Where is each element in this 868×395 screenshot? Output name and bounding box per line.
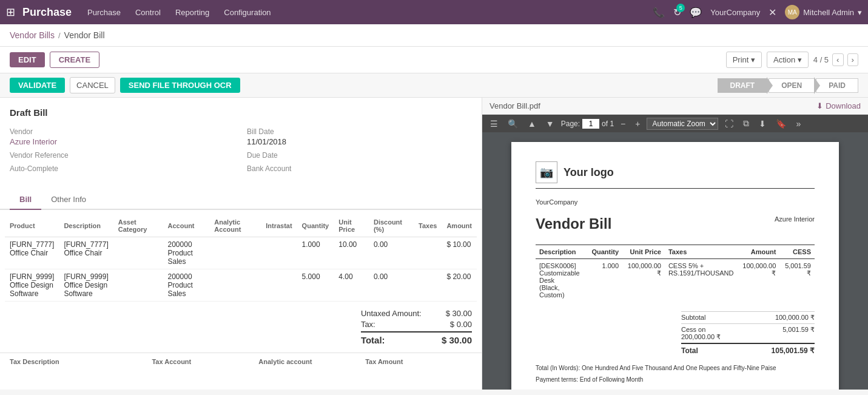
col-asset-category: Asset Category [113,215,163,237]
col-quantity: Quantity [297,215,334,237]
cell-taxes-2 [414,269,442,302]
pdf-bill-title: Vendor Bill [536,215,611,232]
pdf-header: Vendor Bill.pdf ⬇ Download [482,98,868,115]
phone-icon[interactable]: 📞 [653,7,665,18]
pdf-cell-qty: 1.000 [588,259,622,302]
bill-date-label: Bill Date [247,127,472,136]
cell-asset-2 [113,269,163,302]
top-menu: Purchase Control Reporting Configuration [86,5,653,19]
bank-account-label: Bank Account [247,164,472,173]
pdf-rotate-icon[interactable]: ⧉ [740,117,752,130]
pdf-page-input[interactable] [582,119,599,129]
tax-col-analytic: Analytic account [258,358,365,365]
left-panel: Draft Bill Vendor Azure Interior Vendor … [0,98,482,390]
due-date-field: Due Date [247,151,472,160]
user-menu[interactable]: MA Mitchell Admin ▾ [785,5,862,19]
pager-prev[interactable]: ‹ [832,53,843,66]
status-steps: DRAFT OPEN PAID [718,78,858,93]
validate-button[interactable]: VALIDATE [10,78,65,93]
close-icon[interactable]: ✕ [769,7,776,18]
pdf-download-icon[interactable]: ⬇ [756,118,769,130]
pdf-more-icon[interactable]: » [793,118,804,130]
chat-icon[interactable]: 💬 [690,7,702,18]
table-container: Product Description Asset Category Accou… [0,215,482,302]
cell-discount-2: 0.00 [369,269,414,302]
pdf-download-button[interactable]: ⬇ Download [816,101,861,110]
pdf-from-company: YourCompany [536,198,815,206]
menu-reporting[interactable]: Reporting [174,5,210,19]
pdf-fit-page[interactable]: ⛶ [722,118,736,130]
pdf-zoom-in[interactable]: + [632,118,643,130]
action-button[interactable]: Action ▾ [767,52,809,68]
cell-qty-2: 5.000 [297,269,334,302]
user-avatar: MA [785,5,799,19]
company-selector[interactable]: YourCompany [710,8,760,17]
grid-icon[interactable]: ⊞ [6,5,15,19]
download-arrow-icon: ⬇ [816,101,823,110]
cell-amount-1: $ 10.00 [442,237,477,269]
tax-label: Tax: [361,320,375,329]
tax-section: Tax Description Tax Account Analytic acc… [0,353,482,365]
menu-configuration[interactable]: Configuration [223,5,272,19]
pager-text: 4 / 5 [813,55,829,64]
vendor-field: Vendor Azure Interior [10,127,235,146]
pdf-cell-price: 100,000.00 ₹ [622,259,665,302]
cell-discount-1: 0.00 [369,237,414,269]
col-amount: Amount [442,215,477,237]
cell-price-2: 4.00 [334,269,369,302]
vendor-ref-field: Vendor Reference [10,151,235,160]
pdf-cell-desc: [DESK0006]Customizable Desk(Black, Custo… [536,259,588,302]
tax-value: $ 0.00 [450,320,472,329]
action-bar: EDIT CREATE Print ▾ Action ▾ 4 / 5 ‹ › [0,47,868,73]
pdf-sidebar-toggle[interactable]: ☰ [487,118,501,130]
menu-purchase[interactable]: Purchase [86,5,122,19]
col-unit-price: Unit Price [334,215,369,237]
table-row[interactable]: [FURN_9999]Office DesignSoftware [FURN_9… [5,269,477,302]
pdf-payment-terms: Payment terms: End of Following Month [536,376,815,383]
draft-bill-title: Draft Bill [10,107,472,118]
pdf-cess-value: 5,001.59 ₹ [782,326,815,341]
cell-product-2: [FURN_9999]Office DesignSoftware [5,269,59,302]
pdf-zoom-out[interactable]: − [617,118,628,130]
pdf-to-company: Azure Interior [775,215,815,223]
user-dropdown-icon: ▾ [858,8,862,17]
pdf-cell-amount: 100,000.00 ₹ [738,259,780,302]
pdf-invoice-table: Description Quantity Unit Price Taxes Am… [536,245,815,302]
form-grid: Vendor Azure Interior Vendor Reference A… [10,127,472,173]
untaxed-label: Untaxed Amount: [361,309,422,318]
refresh-badge: 5 [676,4,685,12]
breadcrumb-parent[interactable]: Vendor Bills [10,30,55,40]
pdf-prev-page[interactable]: ▲ [525,118,539,130]
create-button[interactable]: CREATE [50,52,99,68]
pdf-next-page[interactable]: ▼ [543,118,557,130]
cell-qty-1: 1.000 [297,237,334,269]
bill-date-value[interactable]: 11/01/2018 [247,137,472,146]
pager-next[interactable]: › [847,53,858,66]
bill-date-field: Bill Date 11/01/2018 [247,127,472,146]
table-row[interactable]: [FURN_7777]Office Chair [FURN_7777]Offic… [5,237,477,269]
refresh-icon[interactable]: ↻ 5 [673,7,681,18]
pdf-col-amount: Amount [738,245,780,259]
pdf-bookmark-icon[interactable]: 🔖 [773,118,789,130]
form-left-col: Vendor Azure Interior Vendor Reference A… [10,127,235,173]
pdf-search-button[interactable]: 🔍 [505,118,521,130]
ocr-button[interactable]: SEND FILE THROUGH OCR [120,78,240,93]
user-name: Mitchell Admin [803,8,854,17]
pdf-subtotal-label: Subtotal [681,314,705,322]
pdf-total-label: Total [681,346,698,355]
page-of: of 1 [602,120,614,128]
pdf-zoom-select[interactable]: Automatic Zoom 50% 75% 100% 125% 150% [647,118,718,130]
bank-account-field: Bank Account [247,164,472,173]
cancel-button[interactable]: CANCEL [70,77,115,93]
print-button[interactable]: Print ▾ [726,52,762,68]
menu-control[interactable]: Control [134,5,162,19]
cell-desc-1: [FURN_7777]Office Chair [59,237,113,269]
cell-amount-2: $ 20.00 [442,269,477,302]
pdf-logo-text: Your logo [564,166,614,179]
tab-bill[interactable]: Bill [10,190,41,210]
action-bar-right: Print ▾ Action ▾ 4 / 5 ‹ › [726,52,858,68]
vendor-value[interactable]: Azure Interior [10,137,235,146]
tab-other-info[interactable]: Other Info [41,190,96,210]
edit-button[interactable]: EDIT [10,52,45,67]
cell-asset-1 [113,237,163,269]
